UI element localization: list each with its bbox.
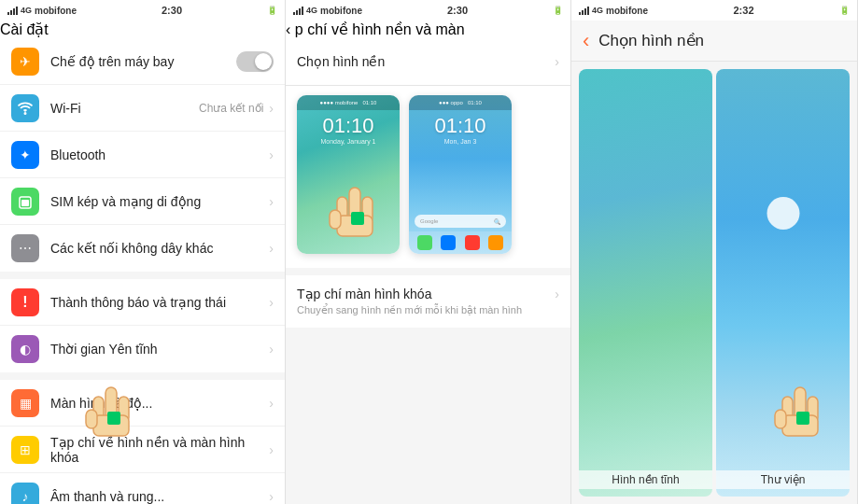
wp-library-label: Thư viện [716,470,850,489]
settings-item-screen[interactable]: ▦ Màn hình và độ... › [0,380,285,427]
sim-chevron: › [269,194,274,209]
sound-icon: ♪ [11,483,39,504]
settings-item-airplane[interactable]: ✈ Chế độ trên máy bay [0,38,285,85]
wifi-icon [11,94,39,122]
wp-moon [767,197,799,230]
wp-apps [409,231,512,254]
settings-item-bluetooth[interactable]: ✦ Bluetooth › [0,132,285,178]
panel-wallpaper-settings: 4G mobifone 2:30 🔋 ‹ p chí về hình nền v… [286,0,571,504]
wallpaper-preview-1[interactable]: ●●●● mobifone 01:10 01:10 Monday, Januar… [297,95,400,254]
battery-icon-2: 🔋 [553,6,563,15]
signal-icon-3 [579,6,589,15]
magazine-chevron: › [555,287,559,301]
settings-item-sim[interactable]: SIM kép và mạng di động › [0,178,285,225]
carrier-3: 4G mobifone [579,6,648,16]
wp-app-2 [441,235,456,250]
choose-wallpaper-section: Chọn hình nền › [286,38,570,86]
wallpaper-label: Tạp chí về hình nền và màn hình khóa [50,435,269,465]
time-1: 2:30 [162,5,182,16]
settings-group-display: ▦ Màn hình và độ... › ⊞ Tạp chí về hình … [0,380,285,504]
bluetooth-chevron: › [269,147,274,162]
back-button-2[interactable]: ‹ [286,21,290,37]
notif-label: Thành thông báo và trạng thái [50,295,269,310]
quiet-chevron: › [269,342,274,357]
notif-icon: ! [11,288,39,316]
wp-bottom: Google 🔍 [409,215,512,254]
screen-icon: ▦ [11,389,39,417]
airplane-toggle[interactable] [236,51,274,72]
choose-wp-title: Chọn hình nền [598,31,704,50]
wp-app-4 [488,235,503,250]
screen-chevron: › [269,396,274,411]
settings-item-quiet[interactable]: ◐ Thời gian Yên tĩnh › [0,326,285,372]
wallpaper-icon: ⊞ [11,436,39,464]
wp-library-option[interactable]: Thư viện [716,69,850,497]
status-icons-2: 🔋 [553,6,563,15]
bluetooth-icon: ✦ [11,141,39,169]
battery-icon-1: 🔋 [267,6,277,15]
choose-wp-content: Hình nền tĩnh Thư viện [571,62,857,504]
back-button-3[interactable]: ‹ [583,29,589,53]
settings-group-notif: ! Thành thông báo và trạng thái › ◐ Thời… [0,279,285,372]
sound-chevron: › [269,489,274,504]
other-chevron: › [269,241,274,256]
settings-item-sound[interactable]: ♪ Âm thanh và rung... › [0,473,285,504]
signal-icon-2 [293,6,303,15]
carrier-name-1: mobifone [35,6,77,16]
signal-icon-1 [7,6,18,15]
nav-bar-2: ‹ p chí về hình nền và màn [286,21,570,38]
panel2-content: Chọn hình nền › ●●●● mobifone 01:10 01:1… [286,38,570,504]
wallpaper-chevron: › [269,442,274,457]
settings-item-other[interactable]: ⋯ Các kết nối không dây khác › [0,225,285,272]
other-label: Các kết nối không dây khác [50,241,269,256]
time-3: 2:32 [733,5,753,16]
airplane-icon: ✈ [11,48,39,76]
screen-label: Màn hình và độ... [50,396,269,411]
other-icon: ⋯ [11,234,39,262]
wallpaper-preview-2[interactable]: ●●● oppo 01:10 01:10 Mon, Jan 3 Google 🔍 [409,95,512,254]
carrier-name-3: mobifone [606,6,648,16]
airplane-label: Chế độ trên máy bay [50,54,236,69]
status-bar-2: 4G mobifone 2:30 🔋 [286,0,570,21]
wifi-value: Chưa kết nối [199,102,263,115]
carrier-name-2: mobifone [320,6,362,16]
sim-icon [11,188,39,216]
notif-chevron: › [269,295,274,310]
status-icons-1: 🔋 [267,6,277,15]
network-type-3: 4G [592,6,603,15]
status-icons-3: 🔋 [839,6,850,15]
panel-settings: 4G mobifone 2:30 🔋 Cài đặt ✈ Chế độ trên… [0,0,286,504]
nav-bar-3: ‹ Chọn hình nền [571,21,858,62]
choose-wallpaper-row[interactable]: Chọn hình nền › [297,38,559,85]
svg-rect-1 [21,200,29,206]
network-type-1: 4G [21,6,32,15]
time-2: 2:30 [447,5,468,16]
quiet-label: Thời gian Yên tĩnh [50,342,269,357]
settings-item-notif[interactable]: ! Thành thông báo và trạng thái › [0,279,285,326]
wp-preview-status-2: ●●● oppo 01:10 [409,95,512,110]
wp-date-1: Monday, January 1 [297,138,400,145]
network-type-2: 4G [306,6,317,15]
choose-wallpaper-chevron: › [555,54,559,69]
panel-choose-wallpaper: 4G mobifone 2:32 🔋 ‹ Chọn hình nền Hình … [571,0,858,504]
wallpaper-settings-title: p chí về hình nền và màn [295,21,465,37]
magazine-sublabel: Chuyển sang hình nền mới mỗi khi bật màn… [297,304,559,316]
settings-title: Cài đặt [0,21,49,37]
quiet-icon: ◐ [11,335,39,363]
settings-item-wifi[interactable]: Wi-Fi Chưa kết nối › [0,85,285,132]
wifi-label: Wi-Fi [50,101,199,116]
wifi-chevron: › [269,101,274,116]
carrier-2: 4G mobifone [293,6,362,16]
wp-search: Google 🔍 [415,215,506,228]
nav-bar-1: Cài đặt [0,21,285,38]
magazine-section: Tạp chí màn hình khóa › Chuyển sang hình… [286,275,570,328]
wp-app-1 [417,235,432,250]
wp-time-2: 01:10 [409,114,512,138]
wp-date-2: Mon, Jan 3 [409,138,512,145]
wp-grid: Hình nền tĩnh Thư viện [571,62,857,504]
wp-static-label: Hình nền tĩnh [579,470,712,489]
wp-static-option[interactable]: Hình nền tĩnh [579,69,712,497]
settings-item-wallpaper[interactable]: ⊞ Tạp chí về hình nền và màn hình khóa › [0,427,285,473]
wp-app-3 [465,235,480,250]
magazine-row[interactable]: Tạp chí màn hình khóa › Chuyển sang hình… [297,275,559,328]
